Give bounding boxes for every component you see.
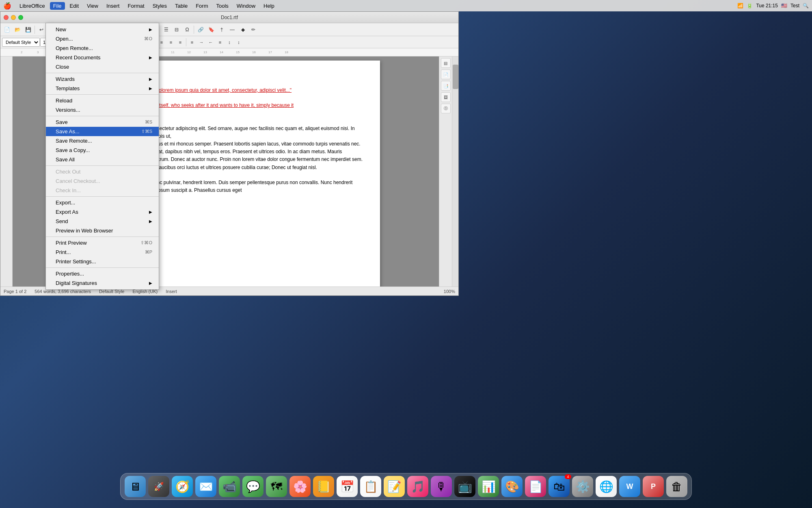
maximize-button[interactable] [18, 15, 23, 20]
dock-numbers[interactable]: 📊 [478, 476, 499, 497]
align-right-btn[interactable]: ≡ [166, 38, 175, 47]
rs-btn4[interactable]: 🖼 [441, 92, 451, 102]
dock-contacts[interactable]: 📒 [313, 476, 334, 497]
menubar-format[interactable]: Format [124, 2, 147, 10]
scroll-thumb[interactable] [453, 65, 458, 89]
indent-more-btn[interactable]: → [197, 38, 206, 47]
menubar-libreoffice[interactable]: LibreOffice [16, 2, 48, 10]
menu-printer-settings[interactable]: Printer Settings... [46, 257, 159, 266]
menu-save-remote[interactable]: Save Remote... [46, 136, 159, 145]
menu-save-all[interactable]: Save All [46, 155, 159, 164]
rs-btn2[interactable]: 📄 [441, 69, 451, 79]
menu-checkin: Check In... [46, 186, 159, 195]
menubar-view[interactable]: View [84, 2, 102, 10]
menu-wizards[interactable]: Wizards ▶ [46, 74, 159, 84]
dock-launchpad[interactable]: 🚀 [148, 476, 169, 497]
dock-reminders[interactable]: 📋 [360, 476, 381, 497]
dock-calendar[interactable]: 📅 [337, 476, 358, 497]
list-btn[interactable]: ☰ [161, 25, 171, 35]
draw-btn[interactable]: ✏ [248, 25, 258, 35]
menubar-tools[interactable]: Tools [213, 2, 231, 10]
menubar-search-icon[interactable]: 🔍 [803, 3, 809, 9]
menu-digital-signatures[interactable]: Digital Signatures ▶ [46, 278, 159, 288]
rs-btn3[interactable]: 📑 [441, 81, 451, 91]
dock-appstore[interactable]: 🛍 4 [549, 476, 570, 497]
dock-finder[interactable]: 🖥 [125, 476, 146, 497]
dock-messages[interactable]: 💬 [242, 476, 263, 497]
menubar-edit[interactable]: Edit [67, 2, 82, 10]
dock-keynote[interactable]: 🎨 [501, 476, 523, 497]
dock-pages[interactable]: 📄 [525, 476, 546, 497]
menu-templates[interactable]: Templates ▶ [46, 84, 159, 93]
menubar-insert[interactable]: Insert [103, 2, 123, 10]
rs-btn5[interactable]: ⓪ [441, 104, 451, 113]
new-btn[interactable]: 📄 [2, 25, 12, 35]
apple-menu-icon[interactable]: 🍎 [3, 2, 11, 10]
save-btn[interactable]: 💾 [23, 25, 33, 35]
dock-music[interactable]: 🎵 [407, 476, 428, 497]
dock-appletv[interactable]: 📺 [454, 476, 475, 497]
dock-mail[interactable]: ✉️ [195, 476, 216, 497]
menu-save-copy[interactable]: Save a Copy... [46, 145, 159, 155]
fmt-sep3 [186, 38, 186, 46]
menubar-form[interactable]: Form [192, 2, 211, 10]
dock-podcasts[interactable]: 🎙 [431, 476, 452, 497]
dock-photos[interactable]: 🌸 [289, 476, 311, 497]
dock-facetime[interactable]: 📹 [219, 476, 240, 497]
dock-settings[interactable]: ⚙️ [572, 476, 593, 497]
menu-properties[interactable]: Properties... [46, 269, 159, 278]
menu-print-label: Print... [56, 249, 71, 255]
scrollbar[interactable] [452, 56, 458, 287]
endnote-btn[interactable]: † [217, 25, 227, 35]
menubar-styles[interactable]: Styles [149, 2, 170, 10]
menu-print-preview[interactable]: Print Preview ⇧⌘O [46, 238, 159, 247]
menu-new[interactable]: New ▶ [46, 25, 159, 34]
menu-print[interactable]: Print... ⌘P [46, 247, 159, 257]
menu-versions[interactable]: Versions... [46, 105, 159, 115]
dock-trash[interactable]: 🗑 [666, 476, 687, 497]
menu-save[interactable]: Save ⌘S [46, 117, 159, 127]
dock-chrome[interactable]: 🌐 [596, 476, 617, 497]
footer-btn[interactable]: ⊟ [172, 25, 181, 35]
menu-close[interactable]: Close [46, 62, 159, 72]
menubar-window[interactable]: Window [233, 2, 259, 10]
menu-open[interactable]: Open... ⌘O [46, 34, 159, 43]
menu-recent[interactable]: Recent Documents ▶ [46, 53, 159, 62]
align-justify-btn[interactable]: ≡ [176, 38, 185, 47]
bookmark-btn[interactable]: 🔖 [206, 25, 216, 35]
dock-maps[interactable]: 🗺 [266, 476, 287, 497]
menubar-right: 📶 🔋 Tue 21:15 🇺🇸 Test 🔍 [737, 3, 809, 9]
linedraw-btn[interactable]: — [227, 25, 237, 35]
special-char-btn[interactable]: Ω [182, 25, 192, 35]
rs-btn1[interactable]: ▤ [441, 58, 451, 68]
menubar-help[interactable]: Help [260, 2, 278, 10]
minimize-button[interactable] [11, 15, 16, 20]
menu-reload[interactable]: Reload [46, 96, 159, 105]
dock-notes[interactable]: 📝 [384, 476, 405, 497]
menubar-file[interactable]: File [50, 2, 65, 10]
menu-preview[interactable]: Preview in Web Browser [46, 226, 159, 235]
menu-save-as[interactable]: Save As... ⇧⌘S [46, 127, 159, 136]
menu-export-as[interactable]: Export As ▶ [46, 207, 159, 217]
menu-send[interactable]: Send ▶ [46, 217, 159, 226]
menubar-flag-icon: 🇺🇸 [781, 3, 787, 9]
spacing-btn[interactable]: ↕ [225, 38, 234, 47]
shapes-btn[interactable]: ◆ [238, 25, 248, 35]
dock-safari[interactable]: 🧭 [172, 476, 193, 497]
status-right: 100% [444, 289, 455, 294]
dock-lo-writer[interactable]: W [619, 476, 640, 497]
list-style-btn[interactable]: ≡ [188, 38, 197, 47]
dock-lo-impress[interactable]: P [643, 476, 664, 497]
close-button[interactable] [4, 15, 9, 20]
menu-export-as-label: Export As [56, 209, 78, 215]
style-select[interactable]: Default Style [2, 38, 40, 47]
menu-open-remote[interactable]: Open Remote... [46, 43, 159, 53]
hyperlink-btn[interactable]: 🔗 [196, 25, 205, 35]
open-btn[interactable]: 📂 [13, 25, 22, 35]
undo-btn[interactable]: ↩ [37, 25, 46, 35]
menu-export[interactable]: Export... [46, 198, 159, 207]
menubar-table[interactable]: Table [172, 2, 191, 10]
indent-less-btn[interactable]: ← [206, 38, 215, 47]
para-spacing-btn[interactable]: ↕ [234, 38, 243, 47]
num-list-btn[interactable]: ≡ [216, 38, 225, 47]
